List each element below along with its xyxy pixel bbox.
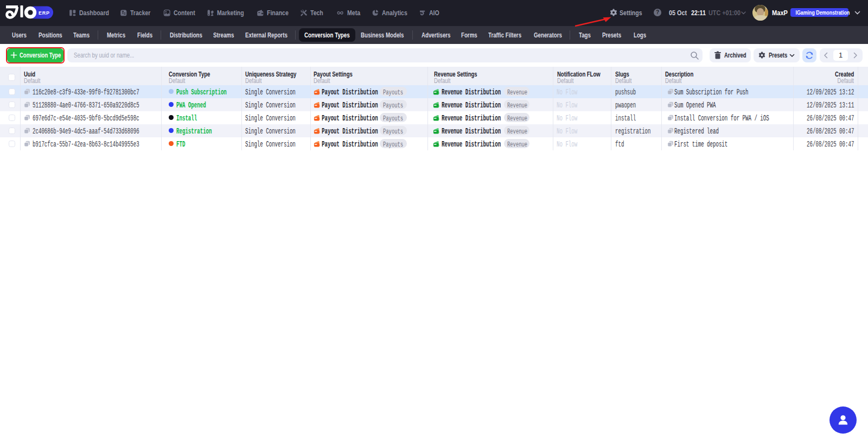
svg-text:ERP: ERP <box>39 10 50 16</box>
